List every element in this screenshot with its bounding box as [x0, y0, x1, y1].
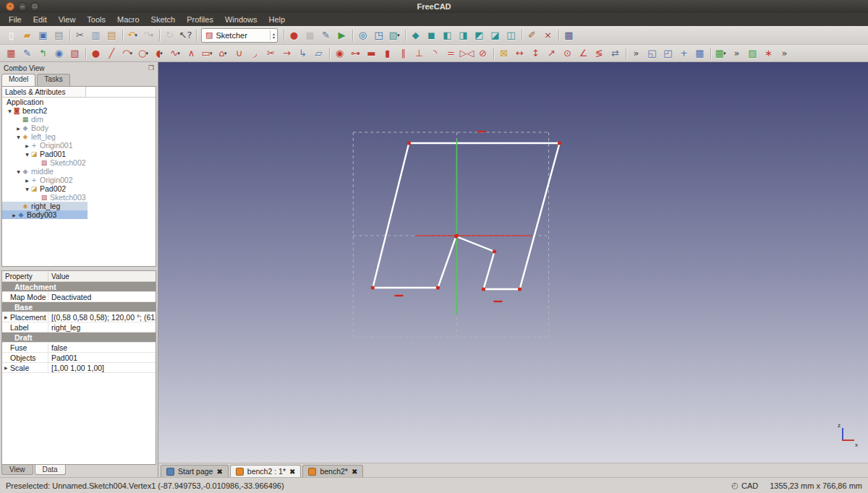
tree-item-origin001[interactable]: ▶ + Origin001: [2, 141, 156, 150]
draw-style-button[interactable]: ▧▾: [386, 27, 402, 43]
expand-arrow-icon[interactable]: ▼: [7, 108, 13, 113]
print-button[interactable]: ▤: [51, 27, 67, 43]
combo-spinner-icon[interactable]: ▴▾: [270, 30, 275, 40]
menu-macro[interactable]: Macro: [111, 13, 145, 26]
prop-placement[interactable]: ▶Placement [(0,58 0,58 0,58); 120,00 °; …: [2, 312, 156, 322]
trim-edge-button[interactable]: ✂: [263, 46, 278, 61]
map-sketch-button[interactable]: ▧: [67, 46, 82, 61]
constrain-angle-button[interactable]: ∠: [575, 46, 591, 61]
expand-arrow-icon[interactable]: ▶: [4, 314, 10, 320]
undo-button[interactable]: ↶▾: [124, 27, 140, 43]
tree-item-sketch003[interactable]: ▨ Sketch003: [2, 193, 156, 202]
sketch-outline[interactable]: [373, 143, 559, 289]
tab-bench2-sketch[interactable]: bench2 : 1* ✖: [230, 465, 302, 477]
create-fillet-button[interactable]: ◞: [247, 46, 263, 61]
create-conic-button[interactable]: ◖▾: [151, 46, 167, 61]
tree-item-body[interactable]: ▶ ◆ Body: [2, 124, 156, 132]
tree-item-bench2[interactable]: ▼ ◙ bench2: [2, 106, 156, 115]
tab-model[interactable]: Model: [1, 74, 35, 86]
workbench-selector[interactable]: ▨ Sketcher ▴▾: [201, 28, 278, 43]
constrain-tangent-button[interactable]: ◝: [427, 46, 443, 61]
constrain-lock-button[interactable]: ⊠: [495, 46, 511, 61]
constrain-symmetric-button[interactable]: ▷◁: [459, 46, 475, 61]
navigation-style-selector[interactable]: ◴ CAD: [731, 481, 758, 490]
create-rectangle-button[interactable]: ▭▾: [199, 46, 215, 61]
cut-button[interactable]: ✂: [72, 27, 88, 43]
expand-arrow-icon[interactable]: ▼: [24, 152, 30, 157]
view-left-button[interactable]: ◫: [503, 27, 519, 43]
sketch-vertex[interactable]: [493, 249, 496, 253]
sketch-vertex[interactable]: [518, 287, 522, 291]
property-value[interactable]: [1,00 1,00 1,00]: [48, 364, 156, 372]
constrain-perpendicular-button[interactable]: ⊥: [411, 46, 427, 61]
macro-edit-button[interactable]: ✎: [318, 27, 333, 43]
constrain-parallel-button[interactable]: ∥: [395, 46, 411, 61]
merge-sketches-button[interactable]: ▨: [744, 46, 760, 61]
sketch-vertex[interactable]: [371, 286, 375, 289]
menu-view[interactable]: View: [53, 13, 82, 26]
tree-item-sketch002[interactable]: ▨ Sketch002: [2, 158, 156, 167]
open-document-button[interactable]: ▰: [19, 27, 35, 43]
leave-sketch-button[interactable]: ↰: [35, 46, 51, 61]
prop-group-draft[interactable]: Draft: [2, 333, 156, 343]
expand-arrow-icon[interactable]: ▶: [15, 126, 22, 131]
close-icon[interactable]: ✖: [289, 468, 295, 476]
create-slot-button[interactable]: ∪: [231, 46, 247, 61]
tree-item-origin002[interactable]: ▶ + Origin002: [2, 176, 156, 184]
constrain-vertical-distance-button[interactable]: ↕: [527, 46, 543, 61]
constrain-horizontal-distance-button[interactable]: ↔: [511, 46, 527, 61]
prop-objects[interactable]: Objects Pad001: [2, 353, 156, 363]
constrain-snell-button[interactable]: ≶: [591, 46, 607, 61]
tree-item-left-leg[interactable]: ▼ ◈ left_leg: [2, 132, 156, 141]
prop-scale[interactable]: ▶Scale [1,00 1,00 1,00]: [2, 363, 156, 373]
sketch-canvas[interactable]: [158, 62, 868, 463]
create-sketch-button[interactable]: ▦: [3, 46, 19, 61]
view-sketch-button[interactable]: ◉: [51, 46, 67, 61]
constrain-radius-button[interactable]: ⊙: [559, 46, 575, 61]
tree-item-middle[interactable]: ▼ ◆ middle: [2, 167, 156, 176]
view-front-button[interactable]: ◼: [423, 27, 439, 43]
extend-edge-button[interactable]: →: [278, 46, 294, 61]
create-line-button[interactable]: ╱: [103, 46, 119, 61]
minimize-button[interactable]: –: [18, 2, 27, 11]
prop-label[interactable]: Label right_leg: [2, 322, 156, 333]
tree-item-pad002[interactable]: ▼ ◪ Pad002: [2, 184, 156, 193]
tab-view[interactable]: View: [1, 465, 33, 475]
prop-group-attachment[interactable]: Attachment: [2, 282, 156, 292]
create-polyline-button[interactable]: ∧: [183, 46, 199, 61]
tree-item-pad001[interactable]: ▼ ◪ Pad001: [2, 150, 156, 158]
validate-sketch-button[interactable]: ▦▾: [712, 46, 728, 61]
view-top-button[interactable]: ◧: [439, 27, 455, 43]
tab-bench2[interactable]: bench2* ✖: [302, 465, 363, 477]
menu-profiles[interactable]: Profiles: [181, 13, 219, 26]
tree-item-right-leg[interactable]: ◈ right_leg: [2, 202, 88, 210]
sketch-tools-button[interactable]: ∗: [760, 46, 776, 61]
save-document-button[interactable]: ▣: [35, 27, 51, 43]
paste-button[interactable]: ▤: [103, 27, 119, 43]
measure-clear-button[interactable]: ×: [540, 27, 556, 43]
rectangular-array-button[interactable]: ▦: [692, 46, 707, 61]
property-value[interactable]: false: [48, 343, 156, 352]
macro-execute-button[interactable]: ▶: [333, 27, 349, 43]
create-circle-button[interactable]: ○▾: [135, 46, 151, 61]
menu-edit[interactable]: Edit: [27, 13, 53, 26]
tab-data[interactable]: Data: [35, 465, 66, 475]
expand-arrow-icon[interactable]: ▼: [15, 169, 22, 174]
prop-group-base[interactable]: Base: [2, 302, 156, 312]
box-selection-button[interactable]: ▩: [561, 27, 576, 43]
prop-fuse[interactable]: Fuse false: [2, 343, 156, 353]
constrain-point-on-object-button[interactable]: ⊶: [347, 46, 363, 61]
sketch-vertex[interactable]: [558, 141, 561, 145]
constrain-horizontal-button[interactable]: ▬: [363, 46, 379, 61]
measure-distance-button[interactable]: ✐: [524, 27, 540, 43]
copy-geometry-button[interactable]: ◰: [660, 46, 676, 61]
whats-this-button[interactable]: ↖?: [177, 27, 193, 43]
tab-tasks[interactable]: Tasks: [37, 74, 70, 86]
property-value[interactable]: Deactivated: [48, 293, 156, 301]
clone-button[interactable]: ◱: [644, 46, 660, 61]
toolbar-overflow-button[interactable]: »: [776, 46, 792, 61]
menu-help[interactable]: Help: [263, 13, 292, 26]
new-document-button[interactable]: ▯: [3, 27, 19, 43]
close-icon[interactable]: ✖: [216, 468, 222, 476]
constrain-equal-button[interactable]: =: [443, 46, 459, 61]
